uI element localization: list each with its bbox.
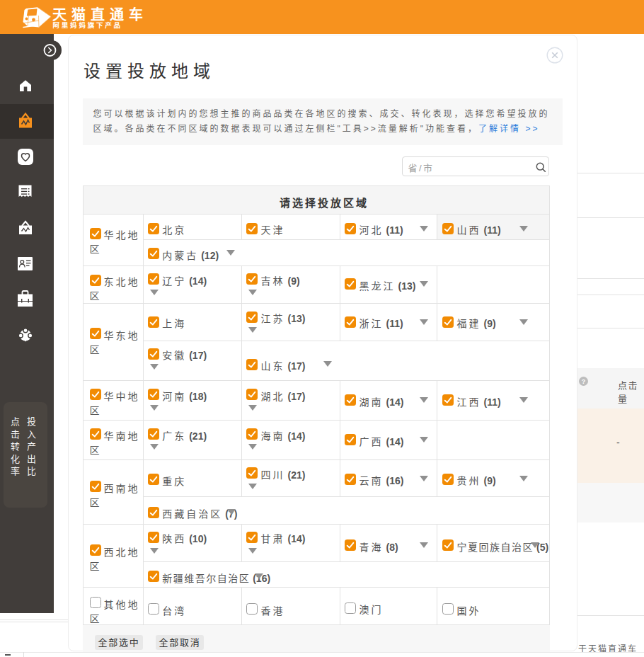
svg-text:?: ? — [581, 378, 585, 385]
